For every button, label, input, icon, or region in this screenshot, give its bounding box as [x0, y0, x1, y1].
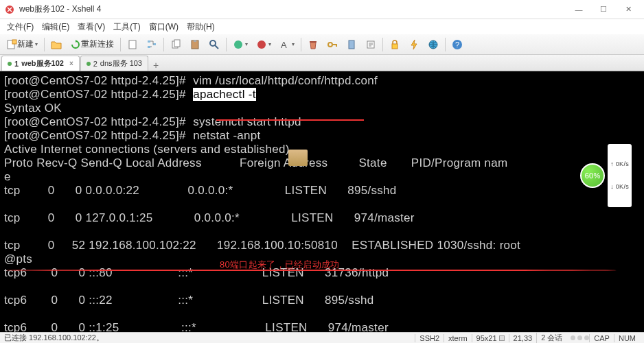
prompt: [root@CentOS7-02 httpd-2.4.25]# — [4, 115, 186, 128]
globe-icon — [428, 39, 439, 50]
toolbar: 新建▾ 重新连接 ▾ ▾ A▾ ? — [0, 34, 644, 55]
globe-button[interactable] — [424, 36, 442, 53]
cmd-netstat: netstat -anpt — [193, 129, 260, 142]
menu-tools[interactable]: 工具(T) — [109, 20, 144, 34]
palette2-icon — [256, 39, 267, 50]
separator — [120, 38, 121, 51]
tree-icon — [146, 39, 157, 50]
chevron-down-icon: ▾ — [292, 41, 295, 47]
svg-point-12 — [234, 40, 242, 49]
trash-icon — [308, 39, 319, 50]
separator — [163, 38, 164, 51]
status-ssh: SSH2 — [415, 334, 444, 342]
speed-widget[interactable]: 60% ↑ 0K/s ↓ 0K/s — [580, 144, 632, 207]
document-icon — [127, 39, 138, 50]
properties-button[interactable] — [124, 36, 141, 53]
maximize-button[interactable]: ☐ — [592, 3, 615, 16]
script-icon — [365, 39, 376, 50]
reconnect-button[interactable]: 重新连接 — [67, 36, 117, 53]
separator — [445, 38, 446, 51]
svg-rect-5 — [148, 46, 150, 48]
terminal-area[interactable]: [root@CentOS7-02 httpd-2.4.25]# vim /usr… — [0, 71, 644, 332]
svg-point-13 — [257, 40, 266, 49]
minimize-button[interactable]: — — [567, 3, 590, 16]
color2-button[interactable]: ▾ — [253, 36, 275, 53]
tab-web102[interactable]: 1 web服务102 × — [1, 56, 80, 71]
menu-bar: 文件(F) 编辑(E) 查看(V) 工具(T) 窗口(W) 帮助(H) — [0, 19, 644, 34]
output-syntax-ok: Syntax OK — [4, 102, 62, 115]
svg-text:A: A — [281, 40, 287, 50]
annotation-underline-2 — [5, 270, 617, 271]
tab-bar: 1 web服务102 × 2 dns服务 103 + — [0, 55, 644, 71]
active-dot-icon — [87, 62, 91, 66]
scroll-button[interactable] — [343, 36, 360, 53]
svg-rect-8 — [174, 40, 180, 47]
cmd-apachectl: apachectl -t — [193, 88, 255, 101]
cmd-vim: vim /usr/local/httpd/conf/httpd.conf — [193, 74, 378, 87]
lock-icon — [389, 39, 400, 50]
status-num: NUM — [614, 334, 640, 342]
title-bar: web服务102 - Xshell 4 — ☐ ✕ — [0, 0, 644, 19]
status-bar: 已连接 192.168.100.102:22。 SSH2 xterm 95x21… — [0, 332, 644, 343]
help-button[interactable]: ? — [448, 36, 466, 53]
close-button[interactable]: ✕ — [617, 3, 640, 16]
svg-text:?: ? — [455, 40, 459, 49]
menu-file[interactable]: 文件(F) — [3, 20, 38, 34]
output-active-conn: Active Internet connections (servers and… — [4, 143, 290, 156]
status-indicators — [571, 335, 589, 340]
folder-icon — [51, 39, 62, 50]
copy-button[interactable] — [167, 36, 185, 53]
lock-button[interactable] — [386, 36, 404, 53]
script-button[interactable] — [362, 36, 380, 53]
chevron-down-icon: ▾ — [35, 41, 38, 47]
color1-button[interactable]: ▾ — [229, 36, 251, 53]
prompt: [root@CentOS7-02 httpd-2.4.25]# — [4, 74, 186, 87]
chevron-down-icon: ▾ — [245, 41, 248, 47]
menu-help[interactable]: 帮助(H) — [183, 20, 219, 34]
new-file-icon — [6, 39, 17, 50]
size-grip-icon — [499, 335, 505, 341]
menu-view[interactable]: 查看(V) — [73, 20, 109, 34]
cmd-systemctl: systemctl start httpd — [193, 115, 301, 128]
active-dot-icon — [8, 62, 12, 66]
svg-rect-4 — [148, 40, 150, 43]
key-button[interactable] — [323, 36, 341, 53]
floating-tool-icon[interactable] — [288, 150, 308, 166]
search-icon — [209, 39, 220, 50]
menu-window[interactable]: 窗口(W) — [145, 20, 183, 34]
close-tab-icon[interactable]: × — [69, 60, 73, 67]
annotation-underline-1 — [216, 119, 364, 121]
svg-rect-15 — [310, 41, 317, 43]
window-controls: — ☐ ✕ — [567, 3, 640, 16]
status-cap: CAP — [589, 334, 614, 342]
tab-dns103[interactable]: 2 dns服务 103 — [80, 56, 148, 71]
add-tab-button[interactable]: + — [149, 60, 163, 71]
paste-button[interactable] — [186, 36, 204, 53]
separator — [382, 38, 383, 51]
paste-icon — [189, 39, 200, 50]
table-row: tcp 0 0 0.0.0.0:22 0.0.0.0:* LISTEN 895/… — [4, 184, 397, 197]
svg-point-11 — [210, 40, 216, 46]
tree-button[interactable] — [143, 36, 161, 53]
open-button[interactable] — [47, 36, 65, 53]
table-header: Proto Recv-Q Send-Q Local Address Foreig… — [4, 156, 507, 169]
search-button[interactable] — [205, 36, 223, 53]
table-row: @pts — [4, 252, 32, 265]
separator — [301, 38, 301, 51]
help-icon: ? — [452, 39, 463, 50]
speed-rates: ↑ 0K/s ↓ 0K/s — [608, 144, 632, 207]
table-row: tcp6 0 0 :::22 :::* LISTEN 895/sshd — [4, 294, 373, 307]
separator — [44, 38, 45, 51]
menu-edit[interactable]: 编辑(E) — [38, 20, 73, 34]
quick-button[interactable] — [405, 36, 423, 53]
font-button[interactable]: A▾ — [276, 36, 298, 53]
status-sessions: 2 会话 — [536, 333, 566, 343]
speed-percent: 60% — [580, 163, 605, 188]
reconnect-icon — [70, 39, 81, 50]
new-button[interactable]: 新建▾ — [3, 36, 41, 53]
font-icon: A — [279, 39, 290, 50]
table-row: tcp 0 52 192.168.100.102:22 192.168.100.… — [4, 239, 520, 252]
key-icon — [327, 39, 338, 50]
trash-button[interactable] — [304, 36, 322, 53]
svg-rect-6 — [153, 43, 156, 45]
